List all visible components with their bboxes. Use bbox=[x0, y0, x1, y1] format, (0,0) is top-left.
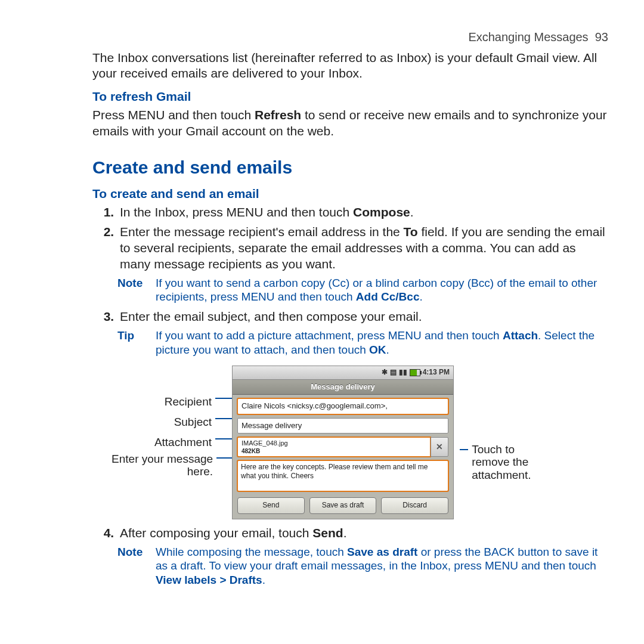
note-body: While composing the message, touch Save … bbox=[156, 545, 608, 587]
manual-page: Exchanging Messages 93 The Inbox convers… bbox=[0, 0, 644, 587]
save-draft-button[interactable]: Save as draft bbox=[309, 497, 377, 513]
label: Attachment bbox=[154, 436, 212, 449]
callout-remove-attachment: Touch to remove the attachment. bbox=[460, 443, 555, 482]
create-heading: To create and send an email bbox=[92, 186, 608, 202]
tip: Tip If you want to add a picture attachm… bbox=[92, 329, 608, 357]
bold: OK bbox=[369, 343, 386, 356]
callout-subject: Subject bbox=[92, 412, 232, 432]
bold: Compose bbox=[353, 205, 410, 219]
right-callouts: Touch to remove the attachment. bbox=[454, 366, 555, 482]
compose-figure: Recipient Subject Attachment Enter your … bbox=[92, 366, 608, 519]
text: While composing the message, touch bbox=[156, 546, 347, 558]
text: . bbox=[410, 205, 414, 219]
send-button[interactable]: Send bbox=[237, 497, 305, 513]
phone-mockup: ✱ ▤ ▮▮ 4:13 PM Message delivery Claire N… bbox=[232, 366, 454, 519]
callout-message: Enter your message here. bbox=[92, 453, 232, 494]
text: If you want to add a picture attachment,… bbox=[156, 329, 503, 342]
label: Recipient bbox=[165, 395, 212, 408]
note-2: Note While composing the message, touch … bbox=[92, 545, 608, 587]
text: . bbox=[343, 526, 347, 540]
bold: To bbox=[404, 225, 418, 239]
bold: Save as draft bbox=[347, 546, 417, 558]
attachment-row: IMAGE_048.jpg 482KB ✕ bbox=[237, 437, 448, 457]
text: . bbox=[419, 290, 422, 303]
clock: 4:13 PM bbox=[423, 368, 450, 377]
refresh-paragraph: Press MENU and then touch Refresh to sen… bbox=[92, 107, 608, 140]
step-3: Enter the email subject, and then compos… bbox=[117, 309, 608, 325]
note-label: Note bbox=[117, 276, 156, 305]
to-field[interactable]: Claire Nicols <nicksy.c@googlemail.com>, bbox=[237, 398, 448, 414]
message-body-field[interactable]: Here are the key concepts. Please review… bbox=[237, 460, 448, 491]
button-row: Send Save as draft Discard bbox=[237, 497, 448, 513]
label: Subject bbox=[174, 416, 212, 429]
attachment-filename: IMAGE_048.jpg bbox=[242, 439, 427, 447]
battery-icon bbox=[410, 369, 420, 376]
leader-line bbox=[215, 438, 232, 439]
note-label: Note bbox=[117, 545, 156, 587]
compose-form: Claire Nicols <nicksy.c@googlemail.com>,… bbox=[233, 395, 453, 518]
text: . bbox=[262, 574, 265, 586]
step-2: Enter the message recipient's email addr… bbox=[117, 224, 608, 273]
text: Press MENU and then touch bbox=[92, 108, 255, 122]
text: In the Inbox, press MENU and then touch bbox=[120, 205, 353, 219]
leader-line bbox=[216, 457, 232, 459]
label: Touch to remove the attachment. bbox=[472, 443, 555, 482]
window-title: Message delivery bbox=[233, 380, 453, 395]
bold: Send bbox=[312, 526, 343, 540]
callout-recipient: Recipient bbox=[92, 392, 232, 412]
text: . bbox=[386, 343, 389, 356]
refresh-heading: To refresh Gmail bbox=[92, 89, 608, 105]
bold: Refresh bbox=[255, 108, 301, 122]
network-3g-icon: ▤ bbox=[390, 368, 397, 377]
signal-icon: ▮▮ bbox=[399, 368, 407, 377]
page-number: 93 bbox=[595, 30, 608, 44]
steps-list-cont2: After composing your email, touch Send. bbox=[92, 525, 608, 541]
leader-line bbox=[215, 418, 232, 419]
note-1: Note If you want to send a carbon copy (… bbox=[92, 276, 608, 305]
text: Enter the message recipient's email addr… bbox=[120, 225, 404, 239]
attachment-chip[interactable]: IMAGE_048.jpg 482KB bbox=[237, 437, 431, 457]
remove-attachment-button[interactable]: ✕ bbox=[431, 437, 448, 457]
status-bar: ✱ ▤ ▮▮ 4:13 PM bbox=[233, 366, 453, 380]
left-callouts: Recipient Subject Attachment Enter your … bbox=[92, 366, 232, 494]
discard-button[interactable]: Discard bbox=[381, 497, 448, 513]
tip-body: If you want to add a picture attachment,… bbox=[156, 329, 608, 357]
bold: View labels > Drafts bbox=[156, 574, 262, 586]
tip-label: Tip bbox=[117, 329, 156, 357]
note-body: If you want to send a carbon copy (Cc) o… bbox=[156, 276, 608, 305]
section-title: Create and send emails bbox=[92, 156, 608, 179]
intro-paragraph: The Inbox conversations list (hereinafte… bbox=[92, 50, 608, 82]
bold: Attach bbox=[503, 329, 538, 342]
leader-line bbox=[460, 449, 468, 450]
steps-list-cont: Enter the email subject, and then compos… bbox=[92, 309, 608, 325]
section-name: Exchanging Messages bbox=[468, 30, 588, 44]
bold: Add Cc/Bcc bbox=[356, 290, 420, 303]
label: Enter your message here. bbox=[92, 453, 213, 479]
subject-field[interactable]: Message delivery bbox=[237, 418, 448, 434]
attachment-size: 482KB bbox=[242, 448, 427, 456]
step-4: After composing your email, touch Send. bbox=[117, 525, 608, 541]
steps-list: In the Inbox, press MENU and then touch … bbox=[92, 205, 608, 273]
bluetooth-icon: ✱ bbox=[382, 368, 388, 377]
text: After composing your email, touch bbox=[120, 526, 312, 540]
step-1: In the Inbox, press MENU and then touch … bbox=[117, 205, 608, 221]
running-header: Exchanging Messages 93 bbox=[92, 30, 608, 45]
leader-line bbox=[215, 398, 232, 399]
callout-attachment: Attachment bbox=[92, 432, 232, 453]
